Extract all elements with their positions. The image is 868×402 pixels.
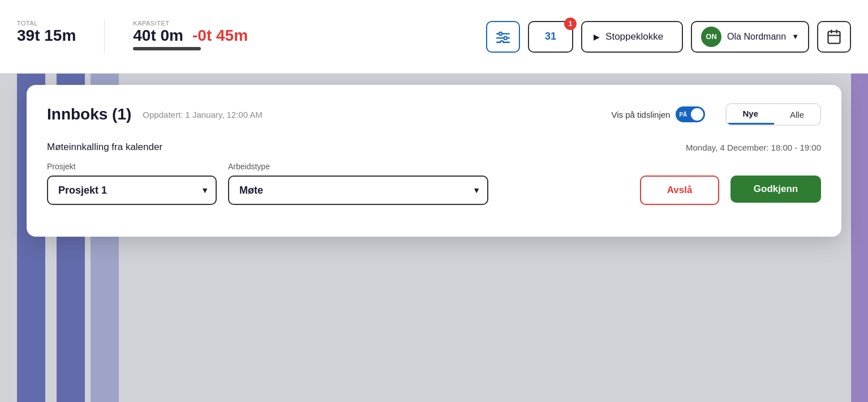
progress-bar-fill xyxy=(133,47,201,50)
tab-new[interactable]: Nye xyxy=(727,104,774,125)
sliders-icon xyxy=(496,31,510,43)
modal-updated: Oppdatert: 1 January, 12:00 AM xyxy=(143,110,600,119)
worktype-select-wrapper: Møte ▼ xyxy=(228,176,488,205)
filters-button[interactable] xyxy=(486,21,520,53)
inbox-item-time: Monday, 4 December: 18:00 - 19:00 xyxy=(686,143,821,152)
project-select[interactable]: Prosjekt 1 xyxy=(47,176,217,205)
play-icon: ▶ xyxy=(594,32,600,41)
toggle-knob xyxy=(691,108,703,121)
modal-title: Innboks (1) xyxy=(47,105,131,123)
calendar-view-button[interactable] xyxy=(817,21,851,53)
user-menu-button[interactable]: ON Ola Nordmann ▼ xyxy=(691,21,809,53)
modal-header: Innboks (1) Oppdatert: 1 January, 12:00 … xyxy=(47,103,821,126)
progress-bar-container xyxy=(133,47,201,50)
timeline-toggle-group: Vis på tidslinjen PÅ xyxy=(612,106,706,122)
capacity-stat: KAPASITET 40t 0m -0t 45m xyxy=(133,20,248,54)
inbox-form-row: Prosjekt Prosjekt 1 ▼ Arbeidstype xyxy=(47,162,821,205)
capacity-row: 40t 0m -0t 45m xyxy=(133,27,248,45)
approve-group: Godkjenn xyxy=(731,162,821,203)
badge-count: 1 xyxy=(564,18,577,30)
user-name: Ola Nordmann xyxy=(727,32,786,42)
total-label: TOTAL xyxy=(17,20,76,27)
svg-point-4 xyxy=(504,36,507,39)
svg-point-5 xyxy=(500,41,503,43)
total-value: 39t 15m xyxy=(17,27,76,45)
user-initials: ON xyxy=(706,32,717,41)
calendar-icon xyxy=(826,29,842,45)
svg-point-3 xyxy=(499,32,502,35)
svg-rect-6 xyxy=(828,31,840,43)
stopwatch-button[interactable]: ▶ Stoppeklokke xyxy=(581,21,683,53)
calendar-day-number: 31 xyxy=(545,31,556,42)
chevron-down-icon: ▼ xyxy=(792,32,799,41)
stopwatch-label: Stoppeklokke xyxy=(605,31,663,42)
calendar-badge-button[interactable]: 31 1 xyxy=(528,21,573,53)
divider xyxy=(104,20,105,54)
stats-section: TOTAL 39t 15m KAPASITET 40t 0m -0t 45m xyxy=(17,20,248,54)
project-label: Prosjekt xyxy=(47,162,217,171)
inbox-item-header: Møteinnkalling fra kalender Monday, 4 De… xyxy=(47,142,821,153)
top-bar: TOTAL 39t 15m KAPASITET 40t 0m -0t 45m xyxy=(0,0,868,74)
worktype-label: Arbeidstype xyxy=(228,162,488,171)
inbox-modal: Innboks (1) Oppdatert: 1 January, 12:00 … xyxy=(27,85,841,237)
tab-all[interactable]: Alle xyxy=(774,104,820,125)
toggle-switch[interactable]: PÅ xyxy=(676,106,705,122)
modal-overlay: Innboks (1) Oppdatert: 1 January, 12:00 … xyxy=(0,74,868,402)
tab-group: Nye Alle xyxy=(725,103,821,126)
reject-group: Avslå xyxy=(640,162,719,205)
capacity-label: KAPASITET xyxy=(133,20,248,27)
worktype-form-group: Arbeidstype Møte ▼ xyxy=(228,162,488,205)
content-area: Innboks (1) Oppdatert: 1 January, 12:00 … xyxy=(0,74,868,402)
approve-button[interactable]: Godkjenn xyxy=(731,176,821,203)
total-stat: TOTAL 39t 15m xyxy=(17,20,76,54)
capacity-diff: -0t 45m xyxy=(192,27,248,45)
header-actions: 31 1 ▶ Stoppeklokke ON Ola Nordmann ▼ xyxy=(486,21,851,53)
worktype-select[interactable]: Møte xyxy=(228,176,488,205)
reject-button[interactable]: Avslå xyxy=(640,176,719,205)
capacity-value: 40t 0m xyxy=(133,27,183,45)
timeline-toggle-label: Vis på tidslinjen xyxy=(612,110,671,119)
toggle-on-label: PÅ xyxy=(679,112,687,118)
inbox-item-title: Møteinnkalling fra kalender xyxy=(47,142,162,153)
toggle-track: PÅ xyxy=(676,106,705,122)
project-form-group: Prosjekt Prosjekt 1 ▼ xyxy=(47,162,217,205)
inbox-item: Møteinnkalling fra kalender Monday, 4 De… xyxy=(47,142,821,205)
project-select-wrapper: Prosjekt 1 ▼ xyxy=(47,176,217,205)
avatar: ON xyxy=(701,27,721,47)
